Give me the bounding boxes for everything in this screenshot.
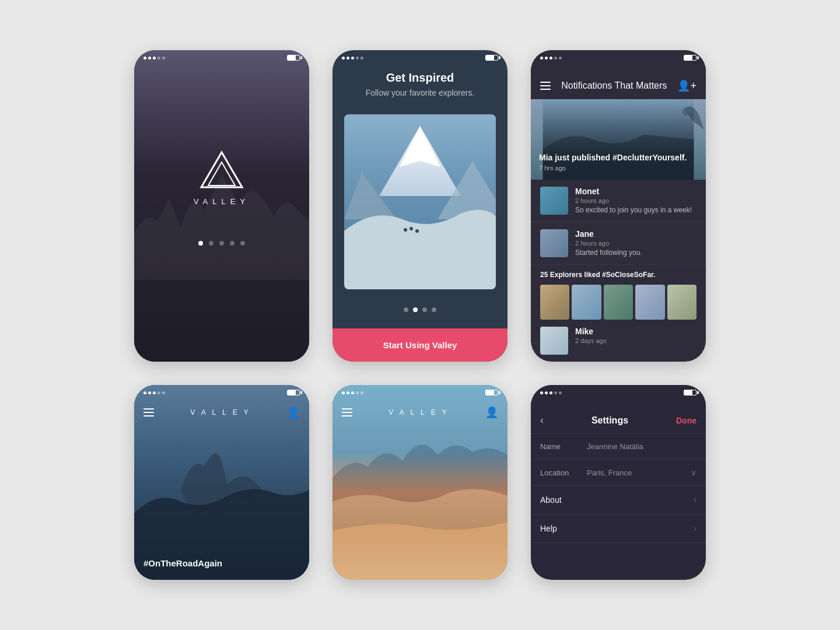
screen-onboard: Get Inspired Follow your favorite explor… [332, 50, 508, 362]
feed-logo: V A L L E Y [190, 408, 251, 416]
login-content: VALLEY [134, 50, 309, 298]
profile-icon[interactable]: 👤 [287, 406, 300, 419]
logo-text: VALLEY [194, 197, 250, 206]
login-dots [198, 241, 245, 246]
mike-time: 2 days ago [575, 337, 607, 344]
chevron-icon: ∨ [691, 468, 696, 477]
likes-count: 25 [540, 271, 548, 279]
settings-about-row[interactable]: About › [531, 486, 706, 514]
notif-hero-title: Mia just published #DeclutterYourself. [539, 153, 687, 162]
settings-help-row[interactable]: Help › [531, 514, 706, 543]
feed-tag: #OnTheRoadAgain [144, 558, 222, 568]
avatar-mike [540, 327, 568, 355]
battery-icon [684, 390, 696, 396]
valley-logo: VALLEY [194, 149, 250, 206]
notif-photo-2 [572, 285, 601, 320]
screen-settings: ‹ Settings Done Name Jeannine Natália Lo… [531, 385, 706, 580]
notif-msg-jane: Started following you. [575, 249, 696, 257]
location-value[interactable]: Paris, France [587, 468, 691, 477]
screen-notifications: Notifications That Matters 👤+ [531, 50, 706, 362]
notif-msg-monet: So excited to join you guys in a week! [575, 206, 696, 214]
svg-point-5 [415, 229, 419, 233]
menu-icon[interactable] [144, 408, 154, 416]
notif-photo-5 [667, 285, 696, 320]
mike-info: Mike 2 days ago [575, 327, 607, 355]
valley-header: V A L L E Y 👤 [332, 385, 508, 425]
done-button[interactable]: Done [676, 416, 696, 425]
status-signal [144, 57, 165, 60]
notif-photo-4 [635, 285, 664, 320]
screen-feed: V A L L E Y 👤 #OnTheRoadAgain [134, 385, 309, 580]
about-chevron-icon: › [694, 495, 696, 505]
avatar-monet [540, 187, 568, 215]
notif-photo-grid [531, 285, 706, 320]
notification-monet: Monet 2 hours ago So excited to join you… [531, 180, 706, 222]
mountain-photo [344, 114, 496, 289]
svg-marker-0 [201, 152, 242, 187]
svg-point-4 [410, 227, 413, 230]
notif-hero-image: Mia just published #DeclutterYourself. 7… [531, 99, 706, 180]
notif-time-monet: 2 hours ago [575, 197, 696, 204]
location-label: Location [540, 468, 587, 477]
onboard-subtitle: Follow your favorite explorers. [344, 88, 496, 97]
onboard-dots [332, 307, 508, 312]
notif-name-jane: Jane [575, 229, 696, 239]
screen-valley: V A L L E Y 👤 [332, 385, 508, 580]
valley-logo-text: V A L L E Y [388, 408, 449, 416]
notifications-title: Notifications That Matters [561, 80, 667, 91]
help-chevron-icon: › [694, 524, 696, 533]
mike-name: Mike [575, 327, 607, 336]
notification-jane: Jane 2 hours ago Started following you. [531, 222, 706, 265]
avatar-jane [540, 229, 568, 257]
mountain-image [344, 114, 496, 289]
screen-login: VALLEY LOG IN Create Account [134, 50, 309, 362]
add-person-icon[interactable]: 👤+ [677, 79, 696, 92]
onboard-header: Get Inspired Follow your favorite explor… [332, 71, 508, 97]
notif-info-jane: Jane 2 hours ago Started following you. [575, 229, 696, 257]
back-button[interactable]: ‹ [540, 414, 544, 426]
notif-info-monet: Monet 2 hours ago So excited to join you… [575, 187, 696, 215]
battery-icon [287, 55, 300, 61]
name-label: Name [540, 442, 587, 451]
likes-text: Explorers liked #SoCloseSoFar. [550, 271, 656, 279]
help-label: Help [540, 524, 694, 533]
notif-hero-time: 7 hrs ago [539, 164, 687, 172]
notif-time-jane: 2 hours ago [575, 240, 696, 247]
feed-header: V A L L E Y 👤 [134, 385, 309, 425]
menu-icon[interactable] [540, 82, 551, 90]
settings-title: Settings [592, 415, 628, 426]
name-value[interactable]: Jeannine Natália [587, 442, 696, 451]
svg-point-3 [404, 228, 407, 232]
menu-icon[interactable] [342, 408, 352, 416]
svg-marker-1 [208, 162, 235, 186]
onboard-title: Get Inspired [344, 71, 496, 85]
notif-photo-3 [604, 285, 633, 320]
settings-location-row: Location Paris, France ∨ [531, 460, 706, 486]
status-signal [342, 57, 363, 60]
notif-likes: 25 Explorers liked #SoCloseSoFar. [531, 265, 706, 285]
status-signal [540, 57, 562, 60]
settings-name-row: Name Jeannine Natália [531, 434, 706, 460]
about-label: About [540, 495, 694, 505]
battery-icon [485, 55, 498, 61]
notif-photo-1 [540, 285, 569, 320]
start-button[interactable]: Start Using Valley [332, 328, 508, 362]
battery-icon [684, 55, 696, 61]
notification-mike: Mike 2 days ago [531, 320, 706, 362]
profile-icon[interactable]: 👤 [485, 406, 498, 419]
notif-hero-text: Mia just published #DeclutterYourself. 7… [539, 153, 687, 172]
notif-name-monet: Monet [575, 187, 696, 196]
logo-triangle-icon [198, 149, 245, 190]
status-signal [540, 391, 562, 394]
